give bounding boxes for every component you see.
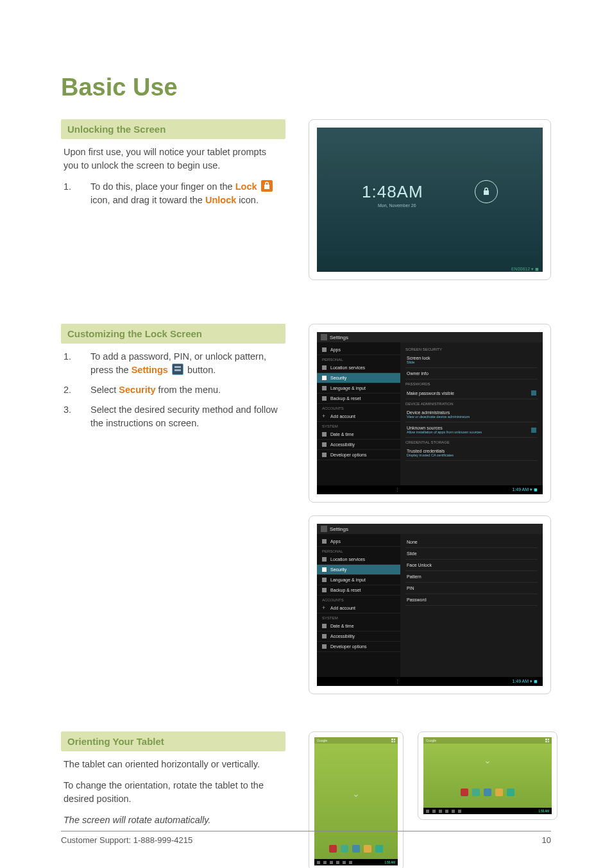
vol-icon[interactable] [336,861,339,864]
sidebar-item-language[interactable]: Language & input [317,575,400,585]
row-device-admins[interactable]: Device administratorsView or deactivate … [405,407,538,422]
label: Pattern [407,574,421,579]
label: Accessibility [330,442,355,447]
sidebar-item-accessibility[interactable]: Accessibility [317,631,400,642]
label: Device administrators [407,410,450,415]
language-icon [322,578,327,582]
sidebar-item-location[interactable]: Location services [317,555,400,565]
sidebar-item-developer[interactable]: Developer options [317,642,400,652]
navbar-time: 1:50 AM [384,861,395,864]
label: Date & time [330,624,354,628]
apps-grid-icon[interactable] [545,739,549,742]
dock-app[interactable] [484,789,491,796]
settings-sidebar: Apps PERSONAL Location services Security… [317,534,400,677]
label: Unknown sources [407,426,443,430]
sidebar-item-developer[interactable]: Developer options [317,450,400,460]
recents-icon[interactable] [345,679,350,684]
dock-app[interactable] [472,789,480,796]
vol-icon[interactable] [445,810,448,813]
home-icon[interactable] [334,487,339,492]
section-header-orient: Orienting Your Tablet [61,731,285,751]
customize-step-3: Select the desired security method and f… [64,403,283,430]
vol-down-icon[interactable] [357,679,362,684]
sidebar-item-datetime[interactable]: Date & time [317,621,400,631]
sidebar-item-apps[interactable]: Apps [317,345,400,355]
dock-app[interactable] [364,845,371,853]
developer-icon [322,644,327,649]
screenshot-icon[interactable] [380,487,385,492]
apps-icon [322,539,327,544]
vol-up-icon[interactable] [368,487,373,492]
option-face-unlock[interactable]: Face Unlock [405,560,538,571]
search-widget[interactable]: Google [426,739,436,742]
back-icon[interactable] [322,679,327,684]
option-slide[interactable]: Slide [405,548,538,560]
dock-app[interactable] [375,845,383,853]
row-screen-lock[interactable]: Screen lockSlide [405,353,538,368]
option-password[interactable]: Password [405,594,538,606]
row-trusted-credentials[interactable]: Trusted credentialsDisplay trusted CA ce… [405,446,538,461]
screenshot-icon[interactable] [349,861,352,864]
apps-grid-icon[interactable] [391,739,395,742]
location-icon [322,557,327,562]
label: Face Unlock [407,563,432,567]
lockscreen-lock-icon[interactable] [475,180,498,203]
dock [329,845,383,853]
back-icon[interactable] [426,810,429,813]
label: Language & input [330,386,366,390]
clock-icon [322,624,327,628]
sidebar-item-location[interactable]: Location services [317,363,400,373]
settings-main: None Slide Face Unlock Pattern PIN Passw… [400,534,543,677]
accessibility-icon [322,634,327,638]
back-icon[interactable] [322,487,327,492]
row-passwords-visible[interactable]: Make passwords visible [405,387,538,399]
option-none[interactable]: None [405,537,538,548]
dock-app[interactable] [352,845,360,853]
home-icon[interactable] [334,679,339,684]
home-icon[interactable] [432,810,436,813]
recents-icon[interactable] [330,861,333,864]
vol-icon[interactable] [452,810,455,813]
label: Apps [330,347,341,352]
navbar-time: 1:50 AM [538,810,549,813]
search-widget[interactable]: Google [317,739,327,742]
screenshot-icon[interactable] [458,810,461,813]
dock-app[interactable] [329,845,337,853]
sidebar-item-apps[interactable]: Apps [317,537,400,547]
sidebar-item-accessibility[interactable]: Accessibility [317,440,400,450]
sidebar-item-add-account[interactable]: +Add account [317,603,400,613]
settings-sidebar: Apps PERSONAL Location services Security… [317,342,400,485]
checkbox-icon[interactable] [531,428,536,433]
sidebar-item-language[interactable]: Language & input [317,383,400,394]
home-topbar: Google [423,737,552,744]
option-pin[interactable]: PIN [405,583,538,594]
android-navbar: 1:50 AM [423,808,552,814]
sidebar-item-backup[interactable]: Backup & reset [317,585,400,596]
row-unknown-sources[interactable]: Unknown sourcesAllow installation of app… [405,422,538,438]
recents-icon[interactable] [439,810,442,813]
dock-app[interactable] [341,845,348,853]
home-icon[interactable] [323,861,327,864]
row-owner-info[interactable]: Owner info [405,368,538,380]
dock-app[interactable] [495,789,503,796]
customize-step-2: Select Security from the menu. [64,383,283,397]
vol-up-icon[interactable] [368,679,373,684]
dock-app[interactable] [507,789,514,796]
back-icon[interactable] [317,861,320,864]
option-pattern[interactable]: Pattern [405,571,538,583]
label: Trusted credentials [407,449,445,453]
vol-down-icon[interactable] [357,487,362,492]
sidebar-item-backup[interactable]: Backup & reset [317,394,400,404]
dock-app[interactable] [461,789,468,796]
sidebar-item-security[interactable]: Security [317,565,400,575]
checkbox-icon[interactable] [531,390,536,396]
orient-p2: To change the orientation, rotate the ta… [61,779,285,806]
screenshot-icon[interactable] [380,679,385,684]
recents-icon[interactable] [345,487,350,492]
sidebar-item-security[interactable]: Security [317,373,400,383]
vol-icon[interactable] [343,861,346,864]
page-footer: Customer Support: 1-888-999-4215 10 [61,831,551,845]
sidebar-item-add-account[interactable]: +Add account [317,412,400,422]
label: Location services [330,365,365,370]
sidebar-item-datetime[interactable]: Date & time [317,430,400,440]
